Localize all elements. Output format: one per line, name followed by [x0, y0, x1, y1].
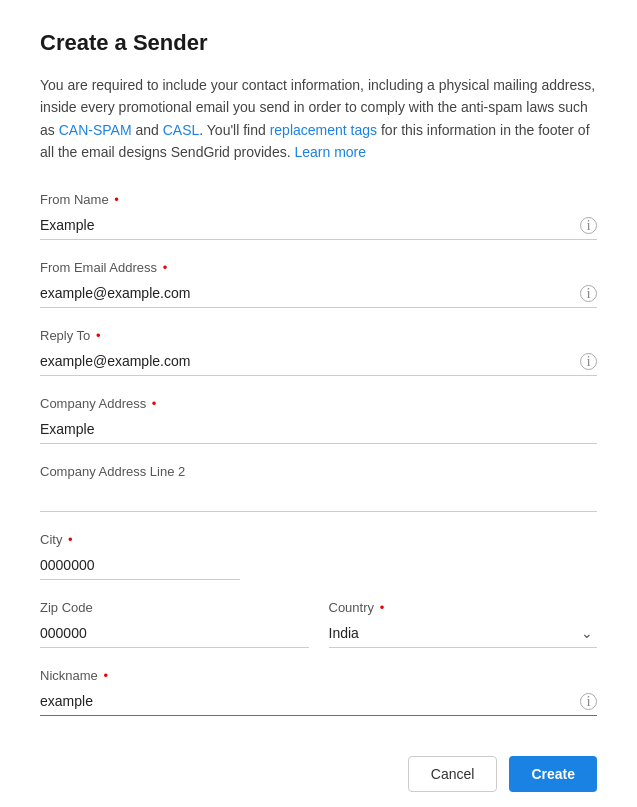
zip-code-input-wrapper — [40, 619, 309, 648]
country-select-wrapper: India United States United Kingdom Canad… — [329, 619, 598, 648]
required-indicator: • — [100, 668, 108, 683]
city-label: City • — [40, 532, 597, 547]
from-email-label: From Email Address • — [40, 260, 597, 275]
company-address-2-group: Company Address Line 2 — [40, 464, 597, 512]
page-title: Create a Sender — [40, 30, 597, 56]
create-button[interactable]: Create — [509, 756, 597, 792]
learn-more-link[interactable]: Learn more — [294, 144, 366, 160]
from-name-input[interactable] — [40, 211, 597, 240]
zip-code-group: Zip Code — [40, 600, 309, 648]
from-name-info-icon[interactable]: i — [580, 217, 597, 234]
description-text: You are required to include your contact… — [40, 74, 597, 164]
nickname-group: Nickname • i — [40, 668, 597, 716]
cancel-button[interactable]: Cancel — [408, 756, 498, 792]
from-name-group: From Name • i — [40, 192, 597, 240]
company-address-input-wrapper — [40, 415, 597, 444]
zip-code-input[interactable] — [40, 619, 309, 648]
from-name-label: From Name • — [40, 192, 597, 207]
button-row: Cancel Create — [40, 746, 597, 792]
required-indicator: • — [92, 328, 100, 343]
from-email-group: From Email Address • i — [40, 260, 597, 308]
casl-link[interactable]: CASL — [163, 122, 200, 138]
company-address-input[interactable] — [40, 415, 597, 444]
nickname-label: Nickname • — [40, 668, 597, 683]
reply-to-group: Reply To • i — [40, 328, 597, 376]
required-indicator: • — [64, 532, 72, 547]
nickname-input[interactable] — [40, 687, 597, 716]
country-select[interactable]: India United States United Kingdom Canad… — [329, 619, 598, 648]
can-spam-link[interactable]: CAN-SPAM — [59, 122, 132, 138]
zip-country-row: Zip Code Country • India United States U… — [40, 600, 597, 668]
company-address-2-label: Company Address Line 2 — [40, 464, 597, 479]
from-email-input[interactable] — [40, 279, 597, 308]
from-email-info-icon[interactable]: i — [580, 285, 597, 302]
required-indicator: • — [148, 396, 156, 411]
city-input[interactable] — [40, 551, 240, 580]
nickname-input-wrapper: i — [40, 687, 597, 716]
required-indicator: • — [159, 260, 167, 275]
reply-to-input-wrapper: i — [40, 347, 597, 376]
zip-code-label: Zip Code — [40, 600, 309, 615]
company-address-group: Company Address • — [40, 396, 597, 444]
reply-to-label: Reply To • — [40, 328, 597, 343]
company-address-2-input[interactable] — [40, 483, 597, 512]
from-name-input-wrapper: i — [40, 211, 597, 240]
city-group: City • — [40, 532, 597, 580]
country-label: Country • — [329, 600, 598, 615]
reply-to-info-icon[interactable]: i — [580, 353, 597, 370]
country-group: Country • India United States United Kin… — [329, 600, 598, 648]
city-input-wrapper — [40, 551, 240, 580]
reply-to-input[interactable] — [40, 347, 597, 376]
from-email-input-wrapper: i — [40, 279, 597, 308]
required-indicator: • — [376, 600, 384, 615]
replacement-tags-link[interactable]: replacement tags — [270, 122, 377, 138]
company-address-label: Company Address • — [40, 396, 597, 411]
nickname-info-icon[interactable]: i — [580, 693, 597, 710]
company-address-2-input-wrapper — [40, 483, 597, 512]
required-indicator: • — [111, 192, 119, 207]
